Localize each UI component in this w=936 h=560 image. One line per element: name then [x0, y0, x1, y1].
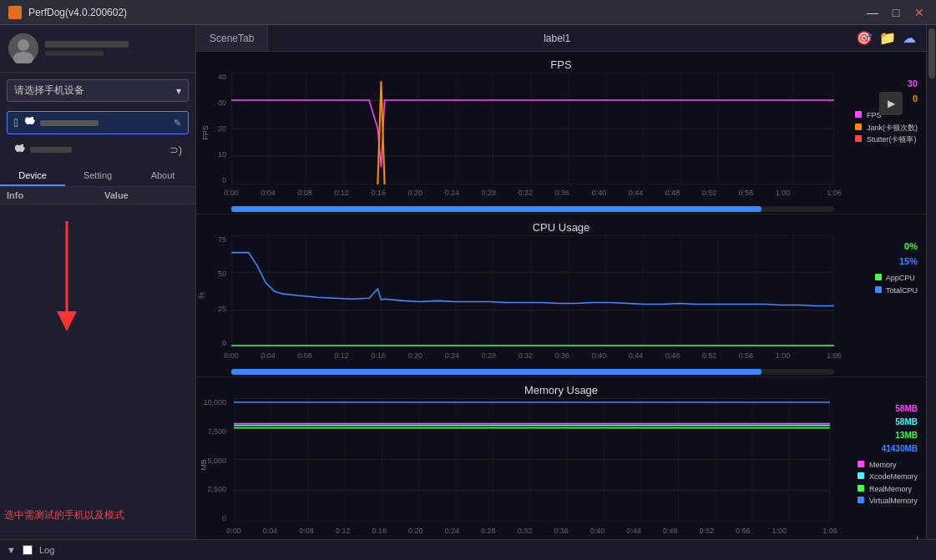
sidebar-tabs: Device Setting About [0, 166, 195, 187]
memory-legend-mem: Memory [858, 459, 918, 471]
svg-point-1 [18, 39, 29, 51]
cpu-total-value: 15% [875, 255, 918, 270]
maximize-button[interactable]: □ [888, 4, 904, 21]
device-item-2[interactable]: ⊃) [7, 139, 189, 160]
cpu-legend-total: TotalCPU [875, 285, 918, 296]
device-select-dropdown[interactable]: 请选择手机设备 ▾ [7, 79, 189, 102]
profile-info [45, 41, 187, 56]
sidebar-profile [0, 25, 195, 73]
cpu-chart-svg [231, 235, 834, 347]
cpu-app-value: 0% [875, 240, 918, 255]
cpu-xaxis: 0:00 0:04 0:08 0:12 0:16 0:20 0:24 0:28 … [231, 351, 834, 368]
scene-header: SceneTab label1 🎯 📁 ☁ [196, 25, 926, 52]
device-select-label: 请选择手机设备 [14, 83, 84, 98]
cloud-icon[interactable]: ☁ [903, 30, 916, 46]
app-title: PerfDog(v4.0.200602) [28, 7, 127, 18]
cpu-chart: CPU Usage 75 50 25 0 % [196, 214, 926, 377]
main-layout: 请选择手机设备 ▾  ✎ ⊃) Device Setting About [0, 25, 936, 539]
cpu-title: CPU Usage [533, 221, 590, 234]
scene-tab-button[interactable]: SceneTab [196, 25, 268, 51]
cpu-ylabel: % [197, 292, 205, 299]
memory-legend-real: RealMemory [858, 483, 918, 495]
close-button[interactable]: ✕ [911, 4, 928, 21]
tab-device[interactable]: Device [0, 166, 65, 186]
minimize-button[interactable]: — [864, 4, 881, 21]
fps-chart: FPS 40 30 20 10 0 FPS [196, 52, 926, 214]
cpu-legend-app: AppCPU [875, 272, 918, 284]
fps-xaxis: 0:00 0:04 0:08 0:12 0:16 0:20 0:24 0:28 … [231, 189, 834, 205]
folder-icon[interactable]: 📁 [879, 30, 896, 46]
memory-chart: Memory Usage 10,000 7,500 5,000 2,500 0 … [196, 377, 926, 539]
apple-logo-2 [13, 144, 25, 156]
fps-scrollbar[interactable] [231, 206, 834, 212]
charts-area: ▶ FPS 40 30 20 10 0 FPS [196, 52, 926, 539]
expand-icon[interactable]: + [913, 532, 922, 539]
app-icon [8, 6, 22, 19]
fps-current-value: 30 [855, 77, 918, 92]
profile-sub [45, 51, 104, 56]
annotation-text: 选中需测试的手机以及模式 [4, 508, 191, 522]
memory-xcode: 58MB [858, 416, 918, 429]
bottom-arrow-icon[interactable]: ▼ [7, 545, 16, 555]
device-item-1[interactable]:  ✎ [7, 111, 189, 134]
fps-legend-stutter: Stutter(卡顿率) [855, 134, 918, 145]
info-table-header: Info Value [0, 187, 195, 204]
titlebar: PerfDog(v4.0.200602) — □ ✕ [0, 0, 936, 25]
profile-name [45, 41, 129, 48]
sidebar: 请选择手机设备 ▾  ✎ ⊃) Device Setting About [0, 25, 196, 539]
memory-xaxis: 0:00 0:04 0:08 0:12 0:16 0:20 0:24 0:28 … [234, 527, 830, 539]
device-name-bar-1 [40, 120, 99, 126]
memory-legend-virtual: VirtualMemory [858, 495, 918, 507]
memory-current: 58MB [858, 402, 918, 416]
value-col-header: Value [98, 187, 195, 204]
cpu-legend: 0% 15% AppCPU TotalCPU [875, 240, 918, 296]
tab-setting[interactable]: Setting [65, 166, 130, 186]
memory-legend-xcode: XcodeMemory [858, 471, 918, 482]
fps-legend-jank: Jank(卡顿次数) [855, 122, 918, 134]
chevron-down-icon: ▾ [176, 85, 181, 97]
target-icon[interactable]: 🎯 [856, 30, 873, 46]
wifi-icon: ⊃) [169, 144, 182, 156]
log-checkbox[interactable] [23, 545, 33, 555]
device-name-bar-2 [30, 147, 72, 153]
scrollbar-thumb[interactable] [928, 28, 935, 78]
apple-icon-1:  [14, 116, 18, 129]
play-button[interactable]: ▶ [879, 92, 903, 115]
titlebar-controls: — □ ✕ [864, 4, 928, 21]
edit-icon[interactable]: ✎ [174, 118, 181, 129]
titlebar-left: PerfDog(v4.0.200602) [8, 6, 127, 19]
tab-about[interactable]: About [130, 166, 195, 186]
bottom-bar: ▼ Log [0, 539, 936, 560]
memory-legend: 58MB 58MB 13MB 41430MB Memory XcodeMemor… [858, 402, 918, 507]
right-content: SceneTab label1 🎯 📁 ☁ ▶ [196, 25, 936, 539]
memory-ylabel: MB [200, 459, 208, 471]
memory-virtual: 41430MB [858, 442, 918, 456]
memory-real: 13MB [858, 429, 918, 442]
memory-title: Memory Usage [524, 384, 598, 396]
avatar [8, 33, 38, 63]
right-panel: SceneTab label1 🎯 📁 ☁ ▶ [196, 25, 926, 539]
fps-title: FPS [550, 58, 571, 71]
log-label: Log [39, 545, 54, 555]
scene-label: label1 [268, 25, 846, 51]
fps-ylabel: FPS [201, 125, 210, 140]
info-col-header: Info [0, 187, 98, 204]
scene-actions: 🎯 📁 ☁ [846, 25, 926, 51]
annotation-area: 选中需测试的手机以及模式 [0, 204, 195, 539]
memory-chart-svg [234, 398, 830, 522]
cpu-scrollbar[interactable] [231, 369, 834, 375]
annotation-arrow [17, 213, 117, 346]
vertical-scrollbar[interactable] [926, 25, 936, 539]
apple-logo-1 [23, 117, 35, 129]
fps-chart-svg [231, 73, 834, 184]
